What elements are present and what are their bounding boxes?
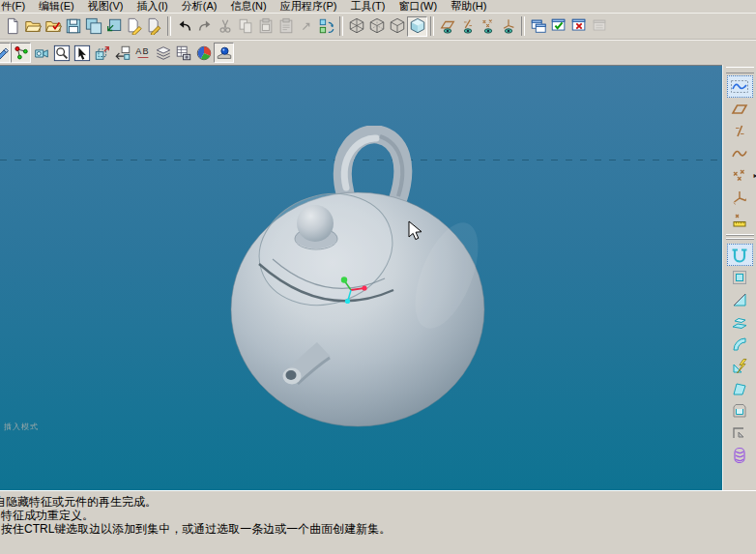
svg-text:A: A bbox=[135, 45, 141, 55]
datum-tools-group bbox=[727, 75, 753, 231]
round-tool-button[interactable] bbox=[727, 333, 753, 355]
menu-bar: 件(F)编辑(E)视图(V)插入(I)分析(A)信息(N)应用程序(P)工具(T… bbox=[0, 0, 756, 13]
model-setup-button[interactable] bbox=[214, 43, 234, 63]
sweep-tool-button[interactable] bbox=[727, 288, 753, 310]
feature-tools-group bbox=[727, 244, 753, 466]
chamfer-tool-button[interactable] bbox=[727, 355, 753, 377]
close-window-button[interactable] bbox=[568, 16, 589, 37]
draft-tool-button[interactable] bbox=[727, 377, 753, 399]
menu-file[interactable]: 件(F) bbox=[0, 0, 32, 13]
activate-window-button[interactable] bbox=[548, 16, 568, 37]
wireframe-view-button[interactable] bbox=[346, 16, 366, 37]
zoom-in-button[interactable] bbox=[51, 43, 72, 63]
datum-axis-display-toggle[interactable] bbox=[457, 16, 478, 37]
paste-button[interactable] bbox=[255, 16, 276, 37]
view-manager-button[interactable] bbox=[173, 43, 193, 63]
save-button[interactable] bbox=[63, 16, 83, 37]
datum-point-display-toggle[interactable] bbox=[478, 16, 498, 37]
menu-edit[interactable]: 编辑(E) bbox=[32, 0, 81, 13]
datum-axis-tool-button[interactable] bbox=[727, 120, 753, 142]
open-representation-button[interactable] bbox=[43, 16, 63, 37]
open-button[interactable] bbox=[22, 16, 43, 37]
main-area: 插入模式 bbox=[0, 65, 756, 490]
shell-tool-button[interactable] bbox=[727, 399, 753, 422]
no-hidden-line-view-button[interactable] bbox=[387, 16, 407, 37]
rib-tool-button[interactable] bbox=[727, 422, 753, 444]
menu-info[interactable]: 信息(N) bbox=[223, 0, 273, 13]
sketch-tool-button[interactable] bbox=[727, 75, 753, 98]
copy-button[interactable] bbox=[235, 16, 255, 37]
toolbar-separator bbox=[339, 16, 343, 36]
toolbar-separator bbox=[430, 16, 434, 36]
toolbar-grip[interactable] bbox=[726, 67, 754, 73]
top-toolbar bbox=[0, 13, 756, 40]
csys-tool-button[interactable] bbox=[727, 187, 753, 209]
datum-plane-display-toggle[interactable] bbox=[437, 16, 457, 37]
paste-special-button[interactable] bbox=[276, 16, 296, 37]
svg-text:B: B bbox=[142, 45, 148, 55]
viewport[interactable]: 插入模式 bbox=[0, 65, 722, 490]
annotation-display-button[interactable]: AB bbox=[132, 43, 153, 63]
offset-point-tool-button[interactable] bbox=[727, 209, 753, 231]
selection-csys-marker[interactable] bbox=[338, 274, 377, 308]
new-file-button[interactable] bbox=[2, 16, 22, 37]
save-copy-button[interactable] bbox=[83, 16, 103, 37]
blend-tool-button[interactable] bbox=[727, 310, 753, 333]
menu-help[interactable]: 帮助(H) bbox=[444, 0, 493, 13]
sketcher-tool-button[interactable] bbox=[0, 43, 11, 63]
revolve-tool-button[interactable] bbox=[727, 266, 753, 288]
datum-curve-tool-button[interactable] bbox=[727, 142, 753, 164]
reorient-view-button[interactable] bbox=[31, 43, 51, 63]
status-line-regen: 自隐藏特征或元件的再生完成。 bbox=[0, 495, 756, 509]
status-line-redefine: 特征成功重定义。 bbox=[1, 509, 756, 522]
toolbar-separator bbox=[521, 16, 525, 36]
status-line-prompt: 按住CTRL键选取边以添加到集中，或通过选取一条边或一个曲面创建新集。 bbox=[1, 522, 756, 536]
layers-button[interactable] bbox=[153, 43, 173, 63]
backup-button[interactable] bbox=[103, 16, 124, 37]
view-toolbar: AB bbox=[0, 40, 756, 65]
menu-applications[interactable]: 应用程序(P) bbox=[274, 0, 344, 13]
open-window-button[interactable] bbox=[528, 16, 548, 37]
datum-point-tool-button[interactable] bbox=[727, 164, 753, 187]
saved-views-button[interactable] bbox=[112, 43, 132, 63]
extrude-tool-button[interactable] bbox=[727, 244, 753, 266]
cut-button[interactable] bbox=[215, 16, 235, 37]
toolbar-separator bbox=[167, 16, 171, 36]
render-button[interactable] bbox=[193, 43, 214, 63]
menu-tools[interactable]: 工具(T) bbox=[343, 0, 392, 13]
app-window: 件(F)编辑(E)视图(V)插入(I)分析(A)信息(N)应用程序(P)工具(T… bbox=[0, 0, 756, 554]
selection-arrow-button[interactable] bbox=[296, 16, 316, 37]
spin-center-toggle[interactable] bbox=[11, 43, 31, 63]
refit-object-button[interactable] bbox=[92, 43, 112, 63]
redo-button[interactable] bbox=[194, 16, 215, 37]
import-button[interactable] bbox=[144, 16, 164, 37]
menu-window[interactable]: 窗口(W) bbox=[392, 0, 444, 13]
toolbar-separator bbox=[726, 233, 754, 242]
helical-sweep-tool-button[interactable] bbox=[727, 444, 753, 466]
window-settings-button[interactable] bbox=[589, 16, 609, 37]
viewport-mode-label: 插入模式 bbox=[4, 422, 39, 432]
message-area: 自隐藏特征或元件的再生完成。特征成功重定义。按住CTRL键选取边以添加到集中，或… bbox=[0, 490, 756, 554]
right-toolbar bbox=[722, 65, 756, 490]
menu-analysis[interactable]: 分析(A) bbox=[175, 0, 224, 13]
csys-display-toggle[interactable] bbox=[498, 16, 518, 37]
menu-view[interactable]: 视图(V) bbox=[81, 0, 131, 13]
regenerate-button[interactable] bbox=[316, 16, 336, 37]
undo-button[interactable] bbox=[174, 16, 194, 37]
hidden-line-view-button[interactable] bbox=[366, 16, 387, 37]
teapot-handle bbox=[342, 134, 402, 201]
select-items-button[interactable] bbox=[72, 43, 92, 63]
copy-from-button[interactable] bbox=[124, 16, 144, 37]
menu-insert[interactable]: 插入(I) bbox=[130, 0, 174, 13]
mouse-cursor bbox=[407, 220, 426, 242]
shaded-view-button[interactable] bbox=[407, 16, 427, 37]
datum-plane-tool-button[interactable] bbox=[727, 98, 753, 120]
